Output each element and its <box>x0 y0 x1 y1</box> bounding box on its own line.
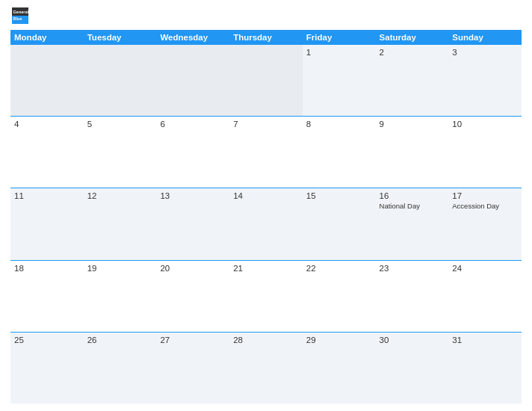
day-number: 18 <box>14 264 80 273</box>
calendar-cell: 25 <box>10 333 84 404</box>
calendar-cell: 31 <box>448 333 522 404</box>
calendar-cell: 28 <box>229 333 303 404</box>
day-number: 19 <box>87 264 153 273</box>
calendar-cell: 20 <box>156 261 229 332</box>
day-number: 6 <box>160 120 226 129</box>
calendar-cell: 30 <box>376 333 449 404</box>
day-number: 2 <box>380 48 445 57</box>
calendar-cell: 23 <box>376 261 449 332</box>
day-number: 9 <box>380 120 445 129</box>
day-number: 25 <box>14 336 80 344</box>
day-number: 4 <box>14 120 80 129</box>
calendar-cell: 3 <box>448 45 522 116</box>
weekday-header: Thursday <box>229 30 303 45</box>
day-number: 1 <box>306 48 372 57</box>
svg-text:General: General <box>13 10 28 14</box>
calendar-cell: 29 <box>303 333 376 404</box>
day-number: 13 <box>160 191 226 200</box>
calendar-cell: 12 <box>84 188 157 259</box>
calendar-cell: 4 <box>10 117 84 188</box>
calendar-week: 45678910 <box>10 117 522 188</box>
calendar-cell <box>10 45 84 116</box>
event-label: Accession Day <box>452 202 518 210</box>
calendar-cell: 16National Day <box>376 188 449 259</box>
calendar-cell: 18 <box>10 261 84 332</box>
day-number: 5 <box>87 120 153 129</box>
day-number: 22 <box>306 264 372 273</box>
day-number: 11 <box>14 191 80 200</box>
calendar-cell: 24 <box>448 261 522 332</box>
calendar-cell: 15 <box>303 188 376 259</box>
weekday-header: Friday <box>303 30 376 45</box>
calendar-cell: 10 <box>448 117 522 188</box>
day-number: 28 <box>233 336 299 344</box>
calendar-cell <box>84 45 157 116</box>
day-number: 29 <box>306 336 372 344</box>
weekday-header: Monday <box>10 30 84 45</box>
calendar-cell: 17Accession Day <box>448 188 522 259</box>
day-number: 17 <box>452 191 518 200</box>
day-number: 3 <box>452 48 518 57</box>
page-header: General Blue <box>10 7 522 24</box>
calendar-cell: 2 <box>376 45 449 116</box>
calendar-cell: 13 <box>156 188 229 259</box>
day-number: 12 <box>87 191 153 200</box>
weekday-header: Wednesday <box>156 30 229 45</box>
calendar-cell: 5 <box>84 117 157 188</box>
calendar-cell: 9 <box>376 117 449 188</box>
calendar-cell: 7 <box>229 117 303 188</box>
calendar-cell: 14 <box>229 188 303 259</box>
day-number: 31 <box>452 336 518 344</box>
calendar-cell: 27 <box>156 333 229 404</box>
calendar-page: General Blue MondayTuesdayWednesdayThurs… <box>0 0 532 411</box>
calendar: MondayTuesdayWednesdayThursdayFridaySatu… <box>10 30 522 404</box>
day-number: 7 <box>233 120 299 129</box>
logo-icon: General Blue <box>12 7 28 24</box>
weekday-header: Saturday <box>376 30 449 45</box>
day-number: 14 <box>233 191 299 200</box>
calendar-cell: 8 <box>303 117 376 188</box>
day-number: 21 <box>233 264 299 273</box>
day-number: 15 <box>306 191 372 200</box>
calendar-week: 18192021222324 <box>10 261 522 333</box>
weekday-header: Sunday <box>448 30 522 45</box>
calendar-cell: 26 <box>84 333 157 404</box>
calendar-week: 123 <box>10 45 522 117</box>
day-number: 27 <box>160 336 226 344</box>
calendar-cell: 19 <box>84 261 157 332</box>
calendar-cell: 6 <box>156 117 229 188</box>
calendar-cell: 22 <box>303 261 376 332</box>
logo: General Blue <box>10 7 30 24</box>
calendar-cell: 21 <box>229 261 303 332</box>
calendar-cell <box>156 45 229 116</box>
event-label: National Day <box>380 202 445 210</box>
day-number: 8 <box>306 120 372 129</box>
day-number: 20 <box>160 264 226 273</box>
calendar-header: MondayTuesdayWednesdayThursdayFridaySatu… <box>10 30 522 45</box>
day-number: 30 <box>380 336 445 344</box>
weekday-header: Tuesday <box>84 30 157 45</box>
calendar-body: 12345678910111213141516National Day17Acc… <box>10 45 522 404</box>
day-number: 24 <box>452 264 518 273</box>
day-number: 23 <box>380 264 445 273</box>
day-number: 10 <box>452 120 518 129</box>
calendar-week: 25262728293031 <box>10 333 522 404</box>
calendar-cell: 11 <box>10 188 84 259</box>
calendar-cell: 1 <box>303 45 376 116</box>
calendar-cell <box>229 45 303 116</box>
calendar-week: 111213141516National Day17Accession Day <box>10 188 522 260</box>
day-number: 16 <box>380 191 445 200</box>
day-number: 26 <box>87 336 153 344</box>
svg-text:Blue: Blue <box>13 16 22 21</box>
